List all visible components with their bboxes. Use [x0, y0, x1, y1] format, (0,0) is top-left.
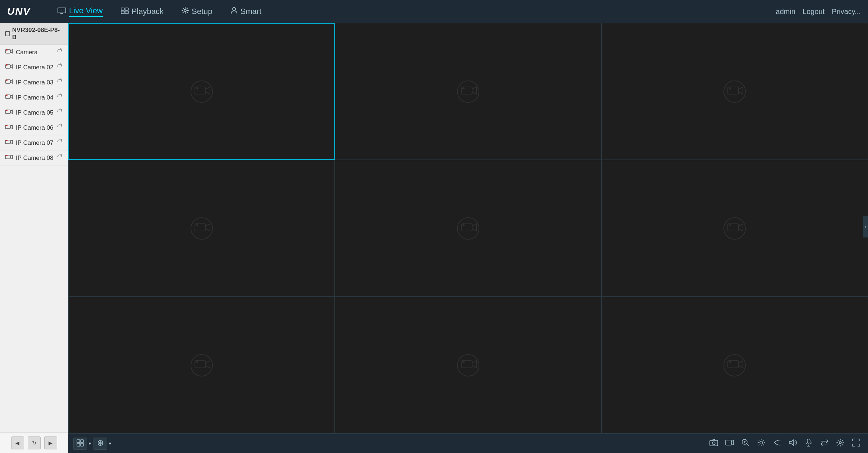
grid-dropdown-arrow[interactable]: ▼ [88, 441, 92, 446]
sidebar: NVR302-08E-P8-B Camera IP Camera 02 IP C… [0, 23, 68, 453]
sidebar-device: NVR302-08E-P8-B [0, 23, 68, 45]
svg-point-17 [6, 110, 8, 111]
nav-item-setup[interactable]: Setup [174, 4, 220, 19]
right-collapse-handle[interactable]: › [863, 216, 868, 237]
nav-item-playback[interactable]: Playback [114, 4, 171, 19]
next-button[interactable]: ▶ [44, 436, 57, 449]
camera-name: IP Camera 08 [16, 154, 54, 162]
privacy-button[interactable]: Privacy... [832, 8, 861, 16]
toolbar-right [707, 438, 863, 450]
brightness-icon [757, 439, 765, 448]
video-placeholder-icon [189, 216, 214, 241]
snapshot-button[interactable] [707, 438, 721, 450]
camera-item-7[interactable]: IP Camera 07 [0, 135, 68, 151]
device-icon [5, 31, 10, 36]
sequence-dropdown-arrow[interactable]: ▼ [108, 441, 112, 446]
rewind-button[interactable] [770, 438, 784, 450]
svg-point-30 [724, 81, 745, 102]
volume-button[interactable] [786, 438, 800, 450]
sequence-btn-wrapper: ▼ [93, 438, 112, 450]
svg-point-36 [457, 218, 479, 239]
video-cell-4[interactable] [68, 160, 335, 297]
refresh-icon[interactable] [56, 154, 63, 162]
camera-name: IP Camera 06 [16, 124, 54, 131]
prev-button[interactable]: ◀ [11, 436, 24, 449]
camera-item-3[interactable]: IP Camera 03 [0, 75, 68, 90]
brightness-button[interactable] [754, 438, 768, 450]
svg-point-21 [6, 140, 8, 141]
svg-line-73 [759, 444, 759, 445]
zoom-button[interactable] [739, 438, 752, 450]
svg-point-19 [6, 125, 8, 126]
svg-point-45 [457, 355, 479, 376]
camera-list: Camera IP Camera 02 IP Camera 03 IP Came… [0, 45, 68, 433]
video-placeholder-icon [722, 79, 747, 104]
svg-rect-60 [726, 440, 731, 445]
refresh-icon[interactable] [56, 78, 63, 87]
refresh-icon[interactable] [56, 48, 63, 56]
svg-point-23 [6, 155, 8, 156]
camera-item-5[interactable]: IP Camera 05 [0, 105, 68, 120]
nav-item-live-view[interactable]: Live View [50, 3, 110, 20]
camera-item-6[interactable]: IP Camera 06 [0, 120, 68, 135]
user-label: admin [776, 8, 795, 16]
refresh-icon[interactable] [56, 108, 63, 117]
camera-item-1[interactable]: Camera [0, 45, 68, 60]
svg-rect-54 [81, 443, 83, 446]
video-placeholder-icon [189, 353, 214, 378]
camera-item-2[interactable]: IP Camera 02 [0, 60, 68, 75]
mic-button[interactable] [802, 438, 816, 450]
svg-point-42 [191, 355, 213, 376]
refresh-icon[interactable] [56, 124, 63, 132]
video-cell-1[interactable] [68, 23, 335, 160]
camera-icon [5, 94, 13, 101]
video-cell-9[interactable] [602, 297, 868, 434]
svg-point-47 [462, 361, 465, 363]
camera-icon [5, 139, 13, 147]
record-button[interactable] [723, 438, 736, 450]
refresh-icon[interactable] [56, 93, 63, 102]
video-cell-6[interactable] [602, 160, 868, 297]
logo: UNV [7, 4, 36, 19]
video-cell-2[interactable] [335, 23, 601, 160]
svg-rect-53 [77, 443, 80, 446]
svg-point-35 [196, 224, 198, 226]
svg-point-7 [233, 8, 236, 10]
mic-icon [805, 439, 812, 448]
camera-item-8[interactable]: IP Camera 08 [0, 151, 68, 166]
nav-item-smart[interactable]: Smart [223, 4, 269, 19]
sequence-toolbar-button[interactable] [93, 438, 107, 450]
sequence-button[interactable]: ↻ [28, 436, 41, 449]
svg-point-11 [6, 64, 8, 66]
svg-rect-51 [77, 440, 80, 443]
refresh-icon[interactable] [56, 139, 63, 147]
camera-icon [5, 109, 13, 116]
camera-icon [5, 48, 13, 56]
refresh-icon[interactable] [56, 63, 63, 71]
toolbar-left: ▼ ▼ [73, 438, 112, 450]
svg-line-70 [759, 440, 759, 441]
fullscreen-button[interactable] [849, 438, 863, 450]
gear-icon [182, 7, 189, 16]
volume-icon [789, 439, 797, 448]
topbar: UNV Live View Playback Setup Smart [0, 0, 868, 23]
switch-button[interactable] [818, 438, 831, 450]
camera-item-4[interactable]: IP Camera 04 [0, 90, 68, 105]
svg-point-32 [729, 87, 731, 89]
config-button[interactable] [833, 438, 847, 450]
video-cell-5[interactable] [335, 160, 601, 297]
video-cell-7[interactable] [68, 297, 335, 434]
svg-line-71 [763, 444, 764, 445]
nav-label-live-view: Live View [69, 6, 103, 17]
video-cell-8[interactable] [335, 297, 601, 434]
sequence-icon: ↻ [32, 440, 36, 446]
sequence-toolbar-icon [97, 439, 104, 448]
grid-layout-button[interactable] [73, 438, 87, 450]
logout-button[interactable]: Logout [803, 8, 824, 16]
snapshot-icon [709, 439, 718, 448]
bottom-toolbar: ▼ ▼ [68, 434, 868, 453]
svg-point-41 [729, 224, 731, 226]
zoom-icon [741, 439, 749, 448]
video-cell-3[interactable] [602, 23, 868, 160]
video-placeholder-icon [456, 216, 481, 241]
